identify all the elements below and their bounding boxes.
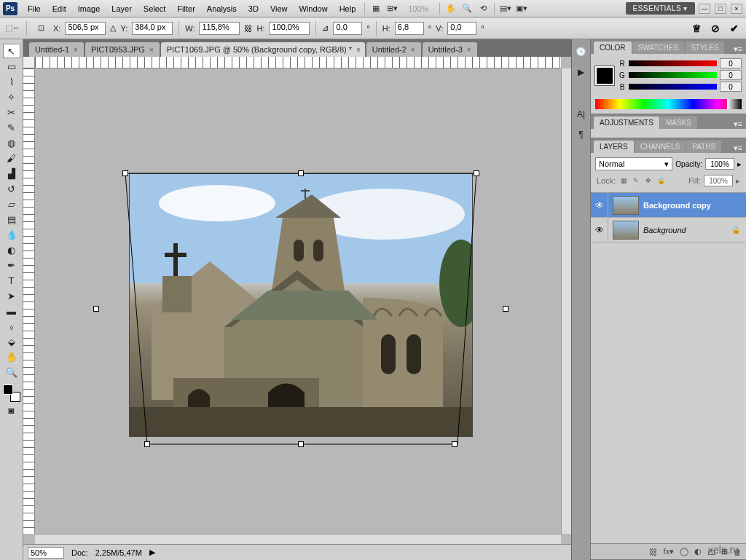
- close-icon[interactable]: ×: [74, 46, 78, 54]
- visibility-eye-icon[interactable]: 👁: [595, 200, 604, 210]
- menu-layer[interactable]: Layer: [106, 2, 138, 15]
- quick-mask-tool[interactable]: ◙: [3, 403, 20, 417]
- eraser-tool[interactable]: ▱: [3, 197, 20, 211]
- type-tool[interactable]: T: [3, 273, 20, 288]
- menu-edit[interactable]: Edit: [47, 2, 72, 15]
- transform-handle-bottom-left[interactable]: [144, 441, 150, 447]
- zoom-level-display[interactable]: 100%: [400, 2, 436, 15]
- panel-menu-icon[interactable]: ▾≡: [730, 143, 746, 153]
- layer-name[interactable]: Background copy: [643, 201, 746, 210]
- adjustment-layer-icon[interactable]: ◐: [694, 547, 702, 556]
- tab-layers[interactable]: LAYERS: [594, 141, 634, 153]
- shape-tool[interactable]: ▬: [3, 304, 20, 318]
- layer-thumbnail[interactable]: [613, 196, 639, 215]
- dodge-tool[interactable]: ◐: [3, 242, 20, 257]
- panel-menu-icon[interactable]: ▾≡: [730, 119, 746, 129]
- blue-slider[interactable]: [629, 84, 717, 90]
- transform-handle-top-left[interactable]: [122, 170, 128, 176]
- y-input[interactable]: 384,0 px: [132, 22, 173, 35]
- layer-style-icon[interactable]: fx▾: [663, 547, 674, 556]
- zoom-tool[interactable]: 🔍: [3, 365, 20, 379]
- rotate-view-icon[interactable]: ⟲: [475, 2, 491, 15]
- zoom-field[interactable]: 50%: [28, 547, 64, 559]
- layer-name[interactable]: Background: [643, 226, 731, 234]
- screen-mode-icon[interactable]: ▣▾: [514, 2, 530, 15]
- tab-channels[interactable]: CHANNELS: [635, 141, 686, 153]
- commit-transform-button[interactable]: ✔: [727, 21, 742, 36]
- zoom-tool-icon[interactable]: 🔍: [459, 2, 475, 15]
- lock-position-icon[interactable]: ✥: [643, 176, 653, 186]
- tab-pict1069[interactable]: PICT1069.JPG @ 50% (Background copy, RGB…: [161, 42, 365, 57]
- layer-mask-icon[interactable]: ◯: [680, 547, 688, 556]
- hand-tool-icon[interactable]: ✋: [443, 2, 459, 15]
- gradient-tool[interactable]: ▤: [3, 212, 20, 226]
- workspace-switcher[interactable]: ESSENTIALS ▾: [626, 2, 695, 15]
- reference-point-icon[interactable]: ⊡: [33, 22, 49, 35]
- layer-thumbnail[interactable]: [613, 221, 639, 240]
- menu-help[interactable]: Help: [334, 2, 362, 15]
- tab-masks[interactable]: MASKS: [660, 117, 697, 129]
- history-panel-icon[interactable]: 🕓: [575, 45, 588, 58]
- close-icon[interactable]: ×: [467, 46, 471, 54]
- green-slider[interactable]: [629, 72, 717, 78]
- lock-transparency-icon[interactable]: ▦: [619, 176, 629, 186]
- visibility-eye-icon[interactable]: 👁: [595, 225, 604, 235]
- magic-wand-tool[interactable]: ✧: [3, 90, 20, 104]
- layer-row[interactable]: 👁 Background copy: [591, 193, 746, 218]
- paragraph-panel-icon[interactable]: ¶: [575, 128, 588, 141]
- transform-handle-top-right[interactable]: [474, 170, 479, 176]
- actions-panel-icon[interactable]: ▶: [575, 66, 588, 79]
- character-panel-icon[interactable]: A|: [575, 108, 588, 121]
- vertical-ruler[interactable]: [23, 68, 35, 534]
- menu-analysis[interactable]: Analysis: [201, 2, 243, 15]
- tab-paths[interactable]: PATHS: [686, 141, 721, 153]
- healing-brush-tool[interactable]: ◍: [3, 135, 20, 150]
- hskew-input[interactable]: 6,8: [395, 22, 424, 35]
- horizontal-ruler[interactable]: [35, 57, 561, 68]
- eyedropper-tool[interactable]: ✎: [3, 120, 20, 135]
- color-panel-swatch[interactable]: [595, 66, 614, 85]
- color-swatches[interactable]: [3, 384, 20, 402]
- 3d-camera-tool[interactable]: ⬙: [3, 334, 20, 349]
- 3d-tool[interactable]: ⬨: [3, 319, 20, 334]
- marquee-tool[interactable]: ▭: [3, 59, 20, 74]
- menu-file[interactable]: File: [22, 2, 47, 15]
- clone-stamp-tool[interactable]: ▟: [3, 166, 20, 181]
- menu-view[interactable]: View: [264, 2, 294, 15]
- cancel-transform-button[interactable]: ⊘: [708, 21, 723, 36]
- move-tool[interactable]: ↖: [3, 44, 20, 58]
- menu-filter[interactable]: Filter: [171, 2, 200, 15]
- width-input[interactable]: 115,8%: [199, 22, 240, 35]
- red-value[interactable]: 0: [720, 58, 742, 68]
- lock-all-icon[interactable]: 🔒: [656, 176, 666, 186]
- transform-handle-mid-right[interactable]: [503, 306, 509, 312]
- blur-tool[interactable]: 💧: [3, 227, 20, 242]
- pen-tool[interactable]: ✒: [3, 258, 20, 272]
- color-spectrum[interactable]: [595, 99, 742, 109]
- angle-input[interactable]: 0,0: [333, 22, 362, 35]
- tab-adjustments[interactable]: ADJUSTMENTS: [594, 117, 659, 129]
- height-input[interactable]: 100,0%: [269, 22, 310, 35]
- transform-handle-bottom-right[interactable]: [452, 441, 458, 447]
- x-input[interactable]: 506,5 px: [65, 22, 106, 35]
- close-icon[interactable]: ×: [149, 46, 154, 54]
- menu-window[interactable]: Window: [294, 2, 334, 15]
- canvas-viewport[interactable]: [23, 57, 571, 544]
- link-layers-icon[interactable]: ⛓: [649, 548, 657, 556]
- menu-image[interactable]: Image: [72, 2, 106, 15]
- minimize-button[interactable]: —: [699, 4, 710, 14]
- ruler-origin[interactable]: [23, 57, 35, 68]
- launch-bridge-icon[interactable]: ▦: [368, 2, 384, 15]
- warp-mode-icon[interactable]: ♕: [689, 21, 704, 36]
- brush-tool[interactable]: 🖌: [3, 151, 20, 165]
- document-image[interactable]: [130, 174, 472, 436]
- link-icon[interactable]: ⛓: [244, 24, 252, 33]
- tab-styles[interactable]: STYLES: [685, 42, 724, 54]
- transform-handle-bottom-mid[interactable]: [298, 441, 304, 447]
- tab-pict0953[interactable]: PICT0953.JPG×: [85, 42, 160, 57]
- lock-pixels-icon[interactable]: ✎: [631, 176, 641, 186]
- transform-tool-icon[interactable]: ⬚↔: [4, 22, 20, 35]
- opacity-input[interactable]: 100%: [705, 158, 734, 170]
- layer-row[interactable]: 👁 Background 🔒: [591, 218, 746, 242]
- menu-3d[interactable]: 3D: [243, 2, 264, 15]
